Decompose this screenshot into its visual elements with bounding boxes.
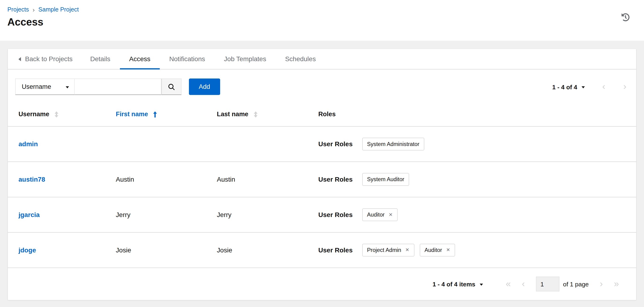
column-header-first-name[interactable]: First name <box>116 111 217 118</box>
role-chip: Project Admin ✕ <box>362 244 414 256</box>
chip-remove-icon[interactable]: ✕ <box>446 248 450 252</box>
chip-remove-icon[interactable]: ✕ <box>405 248 409 252</box>
column-label: Last name <box>217 111 248 118</box>
items-per-page-dropdown[interactable]: 1 - 4 of 4 <box>552 83 585 90</box>
content-area: Back to Projects Details Access Notifica… <box>0 41 644 307</box>
items-per-page-dropdown-bottom[interactable]: 1 - 4 of 4 items <box>432 280 483 287</box>
pagination-nav: ‹ › <box>602 82 629 91</box>
filter-key-dropdown[interactable]: Username <box>15 79 75 95</box>
username-cell: jdoge <box>18 246 116 254</box>
roles-cell: User Roles System Administrator <box>318 138 629 150</box>
back-to-projects-label: Back to Projects <box>25 55 72 63</box>
first-page-button[interactable]: « <box>506 279 510 289</box>
chip-remove-icon[interactable]: ✕ <box>389 212 393 217</box>
page-header: Projects › Sample Project Access <box>0 0 644 41</box>
search-input[interactable] <box>75 79 161 95</box>
caret-down-icon <box>480 283 483 285</box>
toolbar-pagination: 1 - 4 of 4 ‹ › <box>552 82 629 91</box>
add-button[interactable]: Add <box>189 79 220 95</box>
column-header-roles: Roles <box>318 111 629 118</box>
breadcrumb-link-projects[interactable]: Projects <box>8 6 29 13</box>
role-chip: System Auditor <box>362 173 409 186</box>
last-name-cell: Josie <box>217 246 318 254</box>
roles-cell: User Roles Auditor ✕ <box>318 208 629 221</box>
first-name-cell: Jerry <box>116 211 217 219</box>
column-label: First name <box>116 111 148 118</box>
breadcrumb-link-sample-project[interactable]: Sample Project <box>38 6 79 13</box>
username-link[interactable]: admin <box>18 140 38 147</box>
user-roles-label: User Roles <box>318 246 353 254</box>
history-icon <box>622 13 630 21</box>
tab-details[interactable]: Details <box>81 49 120 69</box>
prev-page-button[interactable]: ‹ <box>602 82 605 91</box>
role-chips: System Auditor <box>362 173 409 186</box>
search-filter-group: Username <box>15 79 182 95</box>
first-name-cell: Josie <box>116 246 217 254</box>
column-label: Username <box>18 111 49 118</box>
chip-label: Project Admin <box>367 247 401 253</box>
pagination-footer: 1 - 4 of 4 items « ‹ of 1 page › » <box>8 268 636 300</box>
roles-cell: User Roles Project Admin ✕ Auditor ✕ <box>318 244 629 256</box>
chip-label: System Auditor <box>367 176 404 182</box>
tab-notifications[interactable]: Notifications <box>160 49 214 69</box>
tab-schedules[interactable]: Schedules <box>276 49 325 69</box>
tab-back-to-projects[interactable]: Back to Projects <box>18 49 75 69</box>
page-number-input[interactable] <box>536 276 560 291</box>
last-name-cell: Jerry <box>217 211 318 219</box>
search-icon <box>168 83 175 90</box>
next-page-button[interactable]: › <box>624 82 626 91</box>
role-chip: Auditor ✕ <box>420 244 455 256</box>
tab-job-templates[interactable]: Job Templates <box>214 49 276 69</box>
tab-access[interactable]: Access <box>120 49 160 69</box>
table-row: jgarcia Jerry Jerry User Roles Auditor ✕ <box>8 197 636 233</box>
user-roles-label: User Roles <box>318 140 353 148</box>
access-card: Back to Projects Details Access Notifica… <box>8 49 636 300</box>
page-title: Access <box>8 16 637 28</box>
last-name-cell: Austin <box>217 176 318 183</box>
sort-icon <box>54 111 58 117</box>
role-chips: Auditor ✕ <box>362 208 398 221</box>
username-link[interactable]: jdoge <box>18 246 36 253</box>
username-cell: jgarcia <box>18 211 116 219</box>
table-header: Username First name Last name <box>8 102 636 127</box>
chip-label: System Administrator <box>367 141 420 147</box>
sort-ascending-icon <box>154 111 157 117</box>
table-row: austin78 Austin Austin User Roles System… <box>8 162 636 197</box>
first-name-cell: Austin <box>116 176 217 183</box>
pagination-range-label: 1 - 4 of 4 <box>552 83 577 90</box>
username-cell: admin <box>18 140 116 148</box>
pagination-items-label: 1 - 4 of 4 items <box>432 280 476 287</box>
role-chip: System Administrator <box>362 138 424 150</box>
chip-label: Auditor <box>424 247 442 253</box>
username-link[interactable]: jgarcia <box>18 211 40 218</box>
last-page-button[interactable]: » <box>614 279 619 289</box>
column-header-username[interactable]: Username <box>18 111 116 118</box>
user-roles-label: User Roles <box>318 176 353 183</box>
prev-page-button[interactable]: ‹ <box>522 279 525 289</box>
breadcrumb-separator-icon: › <box>32 6 35 13</box>
role-chips: System Administrator <box>362 138 424 150</box>
breadcrumb: Projects › Sample Project <box>8 6 637 13</box>
sort-icon <box>254 111 257 117</box>
column-header-last-name[interactable]: Last name <box>217 111 318 118</box>
page-count-label: of 1 page <box>563 280 589 287</box>
role-chip: Auditor ✕ <box>362 208 398 221</box>
tab-bar: Back to Projects Details Access Notifica… <box>8 49 636 70</box>
search-button[interactable] <box>161 79 182 95</box>
history-button[interactable] <box>620 13 630 22</box>
username-link[interactable]: austin78 <box>18 176 45 183</box>
user-roles-label: User Roles <box>318 211 353 219</box>
column-label: Roles <box>318 111 336 118</box>
filter-key-label: Username <box>22 83 51 91</box>
caret-down-icon <box>582 86 585 88</box>
next-page-button[interactable]: › <box>600 279 603 289</box>
chevron-left-icon <box>18 57 21 61</box>
access-page: Projects › Sample Project Access Back to… <box>0 0 644 307</box>
table-row: jdoge Josie Josie User Roles Project Adm… <box>8 233 636 268</box>
table-row: admin User Roles System Administrator <box>8 127 636 162</box>
role-chips: Project Admin ✕ Auditor ✕ <box>362 244 455 256</box>
roles-cell: User Roles System Auditor <box>318 173 629 186</box>
username-cell: austin78 <box>18 176 116 183</box>
chip-label: Auditor <box>367 212 384 218</box>
page-group: of 1 page <box>536 276 589 291</box>
